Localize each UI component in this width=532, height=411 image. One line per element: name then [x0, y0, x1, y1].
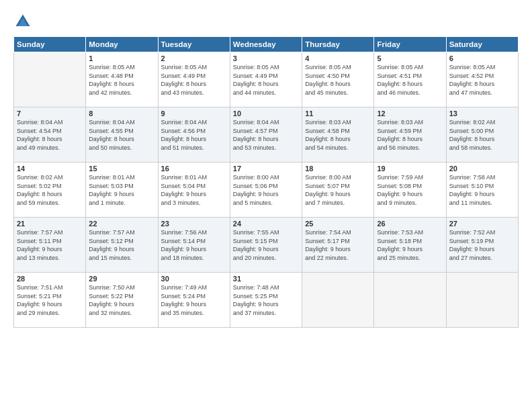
calendar-week-row-2: 7Sunrise: 8:04 AM Sunset: 4:54 PM Daylig…	[14, 107, 519, 163]
day-number: 8	[89, 109, 154, 118]
calendar-cell: 27Sunrise: 7:52 AM Sunset: 5:19 PM Dayli…	[446, 218, 518, 273]
day-info: Sunrise: 8:02 AM Sunset: 5:02 PM Dayligh…	[17, 173, 83, 207]
day-info: Sunrise: 8:05 AM Sunset: 4:49 PM Dayligh…	[233, 63, 299, 97]
day-number: 1	[89, 54, 154, 62]
day-number: 28	[17, 275, 83, 283]
day-info: Sunrise: 8:05 AM Sunset: 4:48 PM Dayligh…	[89, 63, 154, 97]
calendar-cell: 20Sunrise: 7:58 AM Sunset: 5:10 PM Dayli…	[446, 163, 518, 218]
calendar-week-row-4: 21Sunrise: 7:57 AM Sunset: 5:11 PM Dayli…	[14, 218, 519, 273]
day-info: Sunrise: 8:02 AM Sunset: 5:00 PM Dayligh…	[449, 118, 515, 152]
calendar-cell: 3Sunrise: 8:05 AM Sunset: 4:49 PM Daylig…	[230, 52, 302, 107]
day-info: Sunrise: 8:00 AM Sunset: 5:06 PM Dayligh…	[233, 173, 299, 207]
day-number: 21	[17, 220, 83, 228]
calendar-cell: 30Sunrise: 7:49 AM Sunset: 5:24 PM Dayli…	[158, 273, 230, 328]
calendar-week-row-3: 14Sunrise: 8:02 AM Sunset: 5:02 PM Dayli…	[14, 163, 519, 218]
day-number: 29	[89, 275, 154, 283]
day-info: Sunrise: 8:04 AM Sunset: 4:56 PM Dayligh…	[161, 118, 227, 152]
calendar-cell: 1Sunrise: 8:05 AM Sunset: 4:48 PM Daylig…	[86, 52, 158, 107]
day-info: Sunrise: 7:52 AM Sunset: 5:19 PM Dayligh…	[449, 228, 515, 262]
day-number: 11	[305, 109, 371, 118]
logo	[13, 12, 35, 31]
day-info: Sunrise: 7:57 AM Sunset: 5:11 PM Dayligh…	[17, 228, 83, 262]
day-number: 7	[17, 109, 83, 118]
calendar-cell	[446, 273, 518, 328]
calendar-cell: 6Sunrise: 8:05 AM Sunset: 4:52 PM Daylig…	[446, 52, 518, 107]
calendar-cell: 7Sunrise: 8:04 AM Sunset: 4:54 PM Daylig…	[14, 107, 86, 163]
day-number: 24	[233, 220, 299, 228]
calendar-cell: 25Sunrise: 7:54 AM Sunset: 5:17 PM Dayli…	[302, 218, 374, 273]
day-info: Sunrise: 7:54 AM Sunset: 5:17 PM Dayligh…	[305, 228, 371, 262]
day-info: Sunrise: 7:48 AM Sunset: 5:25 PM Dayligh…	[233, 283, 299, 317]
day-info: Sunrise: 8:04 AM Sunset: 4:55 PM Dayligh…	[89, 118, 154, 152]
day-info: Sunrise: 7:49 AM Sunset: 5:24 PM Dayligh…	[161, 283, 227, 317]
calendar-header-monday: Monday	[86, 37, 158, 52]
calendar-cell	[14, 52, 86, 107]
day-number: 16	[161, 165, 227, 173]
calendar-cell: 9Sunrise: 8:04 AM Sunset: 4:56 PM Daylig…	[158, 107, 230, 163]
calendar-header-saturday: Saturday	[446, 37, 518, 52]
page: SundayMondayTuesdayWednesdayThursdayFrid…	[0, 0, 532, 411]
header	[13, 12, 519, 31]
day-info: Sunrise: 8:03 AM Sunset: 4:58 PM Dayligh…	[305, 118, 371, 152]
calendar-cell: 28Sunrise: 7:51 AM Sunset: 5:21 PM Dayli…	[14, 273, 86, 328]
day-number: 25	[305, 220, 371, 228]
day-number: 10	[233, 109, 299, 118]
day-info: Sunrise: 7:56 AM Sunset: 5:14 PM Dayligh…	[161, 228, 227, 262]
calendar-cell: 16Sunrise: 8:01 AM Sunset: 5:04 PM Dayli…	[158, 163, 230, 218]
calendar-cell: 13Sunrise: 8:02 AM Sunset: 5:00 PM Dayli…	[446, 107, 518, 163]
day-number: 2	[161, 54, 227, 62]
day-number: 6	[449, 54, 515, 62]
calendar-week-row-5: 28Sunrise: 7:51 AM Sunset: 5:21 PM Dayli…	[14, 273, 519, 328]
day-number: 30	[161, 275, 227, 283]
calendar-header-tuesday: Tuesday	[158, 37, 230, 52]
day-info: Sunrise: 7:53 AM Sunset: 5:18 PM Dayligh…	[377, 228, 443, 262]
calendar-cell: 10Sunrise: 8:04 AM Sunset: 4:57 PM Dayli…	[230, 107, 302, 163]
day-number: 12	[377, 109, 443, 118]
calendar-cell: 22Sunrise: 7:57 AM Sunset: 5:12 PM Dayli…	[86, 218, 158, 273]
calendar-header-row: SundayMondayTuesdayWednesdayThursdayFrid…	[14, 37, 519, 52]
day-info: Sunrise: 7:59 AM Sunset: 5:08 PM Dayligh…	[377, 173, 443, 207]
day-info: Sunrise: 7:57 AM Sunset: 5:12 PM Dayligh…	[89, 228, 154, 262]
calendar-cell	[374, 273, 446, 328]
calendar-cell	[302, 273, 374, 328]
day-number: 18	[305, 165, 371, 173]
calendar-cell: 18Sunrise: 8:00 AM Sunset: 5:07 PM Dayli…	[302, 163, 374, 218]
calendar-cell: 31Sunrise: 7:48 AM Sunset: 5:25 PM Dayli…	[230, 273, 302, 328]
day-number: 13	[449, 109, 515, 118]
day-info: Sunrise: 8:04 AM Sunset: 4:57 PM Dayligh…	[233, 118, 299, 152]
day-number: 20	[449, 165, 515, 173]
calendar-cell: 4Sunrise: 8:05 AM Sunset: 4:50 PM Daylig…	[302, 52, 374, 107]
day-info: Sunrise: 8:03 AM Sunset: 4:59 PM Dayligh…	[377, 118, 443, 152]
day-info: Sunrise: 8:01 AM Sunset: 5:03 PM Dayligh…	[89, 173, 154, 207]
calendar-cell: 24Sunrise: 7:55 AM Sunset: 5:15 PM Dayli…	[230, 218, 302, 273]
day-info: Sunrise: 7:55 AM Sunset: 5:15 PM Dayligh…	[233, 228, 299, 262]
calendar-cell: 2Sunrise: 8:05 AM Sunset: 4:49 PM Daylig…	[158, 52, 230, 107]
day-info: Sunrise: 7:50 AM Sunset: 5:22 PM Dayligh…	[89, 283, 154, 317]
day-info: Sunrise: 7:51 AM Sunset: 5:21 PM Dayligh…	[17, 283, 83, 317]
calendar-cell: 19Sunrise: 7:59 AM Sunset: 5:08 PM Dayli…	[374, 163, 446, 218]
day-number: 22	[89, 220, 154, 228]
day-number: 27	[449, 220, 515, 228]
calendar-cell: 11Sunrise: 8:03 AM Sunset: 4:58 PM Dayli…	[302, 107, 374, 163]
day-number: 5	[377, 54, 443, 62]
day-number: 15	[89, 165, 154, 173]
day-number: 14	[17, 165, 83, 173]
calendar-cell: 14Sunrise: 8:02 AM Sunset: 5:02 PM Dayli…	[14, 163, 86, 218]
calendar-cell: 23Sunrise: 7:56 AM Sunset: 5:14 PM Dayli…	[158, 218, 230, 273]
calendar-cell: 8Sunrise: 8:04 AM Sunset: 4:55 PM Daylig…	[86, 107, 158, 163]
calendar-week-row-1: 1Sunrise: 8:05 AM Sunset: 4:48 PM Daylig…	[14, 52, 519, 107]
day-number: 9	[161, 109, 227, 118]
day-info: Sunrise: 8:05 AM Sunset: 4:49 PM Dayligh…	[161, 63, 227, 97]
calendar-cell: 21Sunrise: 7:57 AM Sunset: 5:11 PM Dayli…	[14, 218, 86, 273]
calendar-cell: 29Sunrise: 7:50 AM Sunset: 5:22 PM Dayli…	[86, 273, 158, 328]
calendar-table: SundayMondayTuesdayWednesdayThursdayFrid…	[13, 36, 519, 328]
calendar-cell: 17Sunrise: 8:00 AM Sunset: 5:06 PM Dayli…	[230, 163, 302, 218]
day-number: 4	[305, 54, 371, 62]
day-number: 23	[161, 220, 227, 228]
day-info: Sunrise: 7:58 AM Sunset: 5:10 PM Dayligh…	[449, 173, 515, 207]
day-number: 17	[233, 165, 299, 173]
calendar-header-wednesday: Wednesday	[230, 37, 302, 52]
day-info: Sunrise: 8:05 AM Sunset: 4:52 PM Dayligh…	[449, 63, 515, 97]
calendar-header-sunday: Sunday	[14, 37, 86, 52]
calendar-header-thursday: Thursday	[302, 37, 374, 52]
